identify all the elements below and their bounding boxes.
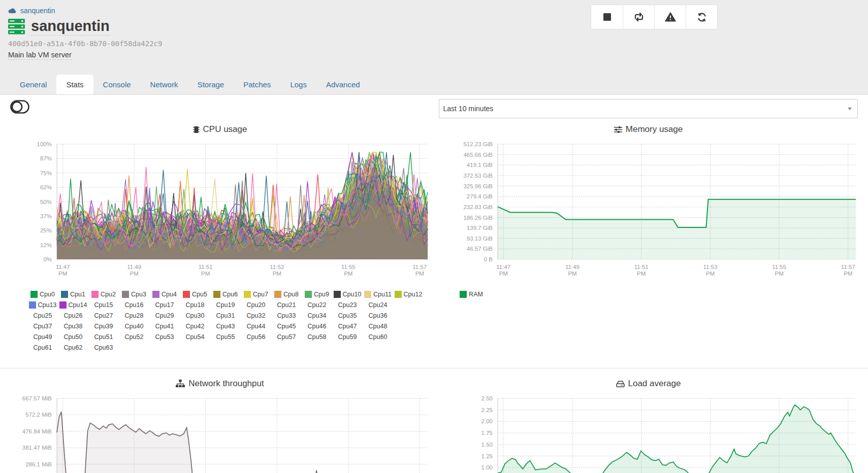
cpu-svg: 100%87%75%62%50%37%25%12%0%11:47PM11:49P… xyxy=(10,138,430,280)
svg-text:1.75: 1.75 xyxy=(481,430,493,436)
legend-item-cpu60[interactable]: Cpu60 xyxy=(363,333,393,341)
tab-console[interactable]: Console xyxy=(93,75,141,94)
legend-item-cpu48[interactable]: Cpu48 xyxy=(363,323,393,330)
legend-item-cpu26[interactable]: Cpu26 xyxy=(58,312,88,319)
legend-item-cpu13[interactable]: Cpu13 xyxy=(27,301,58,309)
tab-advanced[interactable]: Advanced xyxy=(316,75,370,94)
legend-item-cpu29[interactable]: Cpu29 xyxy=(149,312,180,319)
warning-button[interactable] xyxy=(654,5,686,29)
legend-item-cpu12[interactable]: Cpu12 xyxy=(393,291,424,298)
legend-item-cpu33[interactable]: Cpu33 xyxy=(271,312,302,319)
svg-text:PM: PM xyxy=(499,271,508,277)
legend-item-cpu58[interactable]: Cpu58 xyxy=(302,333,332,341)
legend-item-cpu36[interactable]: Cpu36 xyxy=(363,312,393,319)
refresh-button[interactable] xyxy=(686,5,717,29)
legend-item-cpu31[interactable]: Cpu31 xyxy=(210,312,241,319)
legend-item-cpu15[interactable]: Cpu15 xyxy=(88,301,119,309)
legend-item-cpu30[interactable]: Cpu30 xyxy=(180,312,210,319)
legend-item-cpu46[interactable]: Cpu46 xyxy=(302,323,332,330)
legend-swatch xyxy=(61,291,68,298)
legend-item-cpu62[interactable]: Cpu62 xyxy=(58,344,88,351)
legend-item-cpu11[interactable]: Cpu11 xyxy=(363,291,393,298)
legend-item-cpu4[interactable]: Cpu4 xyxy=(149,291,180,298)
legend-item-cpu8[interactable]: Cpu8 xyxy=(271,291,302,298)
tab-general[interactable]: General xyxy=(10,75,56,94)
legend-item-cpu56[interactable]: Cpu56 xyxy=(241,333,271,341)
svg-text:465.66 GiB: 465.66 GiB xyxy=(463,152,493,158)
legend-item-cpu22[interactable]: Cpu22 xyxy=(302,301,332,309)
legend-item-cpu28[interactable]: Cpu28 xyxy=(119,312,149,319)
legend-item-cpu59[interactable]: Cpu59 xyxy=(332,333,363,341)
tab-storage[interactable]: Storage xyxy=(188,75,234,94)
legend-item-cpu6[interactable]: Cpu6 xyxy=(210,291,241,298)
legend-item-cpu34[interactable]: Cpu34 xyxy=(302,312,332,319)
legend-item-cpu14[interactable]: Cpu14 xyxy=(58,301,88,309)
legend-item-cpu40[interactable]: Cpu40 xyxy=(119,323,149,330)
stats-range-select[interactable]: Last 10 minutes xyxy=(439,99,858,118)
legend-item-cpu39[interactable]: Cpu39 xyxy=(88,323,119,330)
legend-item-cpu9[interactable]: Cpu9 xyxy=(302,291,332,298)
legend-item-cpu25[interactable]: Cpu25 xyxy=(27,312,58,319)
legend-item-cpu51[interactable]: Cpu51 xyxy=(88,333,119,341)
breadcrumb-pool-link[interactable]: sanquentin xyxy=(20,7,55,15)
legend-item-cpu21[interactable]: Cpu21 xyxy=(271,301,302,309)
legend-item-cpu61[interactable]: Cpu61 xyxy=(27,344,58,351)
legend-item-cpu2[interactable]: Cpu2 xyxy=(88,291,119,298)
legend-swatch xyxy=(460,291,467,298)
legend-item-cpu1[interactable]: Cpu1 xyxy=(58,291,88,298)
stop-button[interactable] xyxy=(591,5,623,29)
svg-text:PM: PM xyxy=(273,271,281,277)
legend-item-cpu42[interactable]: Cpu42 xyxy=(180,323,210,330)
legend-item-cpu32[interactable]: Cpu32 xyxy=(241,312,271,319)
legend-item-cpu35[interactable]: Cpu35 xyxy=(332,312,363,319)
legend-item-cpu43[interactable]: Cpu43 xyxy=(210,323,241,330)
legend-item-cpu49[interactable]: Cpu49 xyxy=(27,333,58,341)
svg-text:139.7 GiB: 139.7 GiB xyxy=(467,225,493,231)
breadcrumb[interactable]: sanquentin xyxy=(8,6,868,15)
warning-triangle-icon xyxy=(665,12,676,22)
legend-item-cpu52[interactable]: Cpu52 xyxy=(119,333,149,341)
legend-item-cpu54[interactable]: Cpu54 xyxy=(180,333,210,341)
legend-item-cpu18[interactable]: Cpu18 xyxy=(180,301,210,309)
legend-item-cpu3[interactable]: Cpu3 xyxy=(119,291,149,298)
legend-item-cpu20[interactable]: Cpu20 xyxy=(241,301,271,309)
svg-text:11:51: 11:51 xyxy=(199,264,213,270)
legend-item-cpu19[interactable]: Cpu19 xyxy=(210,301,241,309)
legend-item-cpu16[interactable]: Cpu16 xyxy=(119,301,149,309)
svg-text:62%: 62% xyxy=(40,184,52,190)
legend-item-cpu24[interactable]: Cpu24 xyxy=(363,301,393,309)
legend-item-ram[interactable]: RAM xyxy=(456,291,487,298)
legend-item-cpu10[interactable]: Cpu10 xyxy=(332,291,363,298)
legend-item-cpu55[interactable]: Cpu55 xyxy=(210,333,241,341)
legend-item-cpu63[interactable]: Cpu63 xyxy=(88,344,119,351)
legend-item-cpu47[interactable]: Cpu47 xyxy=(332,323,363,330)
page-title[interactable]: sanquentin xyxy=(31,18,110,36)
legend-item-cpu50[interactable]: Cpu50 xyxy=(58,333,88,341)
legend-item-cpu38[interactable]: Cpu38 xyxy=(58,323,88,330)
tab-network[interactable]: Network xyxy=(141,75,188,94)
legend-item-cpu5[interactable]: Cpu5 xyxy=(180,291,210,298)
legend-swatch xyxy=(213,291,220,298)
svg-text:PM: PM xyxy=(568,271,576,277)
tab-logs[interactable]: Logs xyxy=(280,75,316,94)
vm-description[interactable]: Main lab VM server xyxy=(8,51,72,60)
tab-patches[interactable]: Patches xyxy=(234,75,280,94)
svg-text:11:55: 11:55 xyxy=(772,264,786,270)
legend-item-cpu7[interactable]: Cpu7 xyxy=(241,291,271,298)
legend-item-cpu41[interactable]: Cpu41 xyxy=(149,323,180,330)
legend-item-cpu45[interactable]: Cpu45 xyxy=(271,323,302,330)
legend-item-cpu53[interactable]: Cpu53 xyxy=(149,333,180,341)
legend-swatch xyxy=(334,291,341,298)
svg-text:372.53 GiB: 372.53 GiB xyxy=(463,173,493,179)
legend-item-cpu27[interactable]: Cpu27 xyxy=(88,312,119,319)
tab-stats[interactable]: Stats xyxy=(56,75,93,94)
toggle-off-icon[interactable] xyxy=(10,100,29,114)
legend-item-cpu44[interactable]: Cpu44 xyxy=(241,323,271,330)
legend-item-cpu23[interactable]: Cpu23 xyxy=(332,301,363,309)
reboot-button[interactable] xyxy=(623,5,654,29)
legend-item-cpu57[interactable]: Cpu57 xyxy=(271,333,302,341)
legend-item-cpu0[interactable]: Cpu0 xyxy=(27,291,58,298)
legend-item-cpu17[interactable]: Cpu17 xyxy=(149,301,180,309)
legend-item-cpu37[interactable]: Cpu37 xyxy=(27,323,58,330)
svg-text:2.00: 2.00 xyxy=(481,418,493,424)
